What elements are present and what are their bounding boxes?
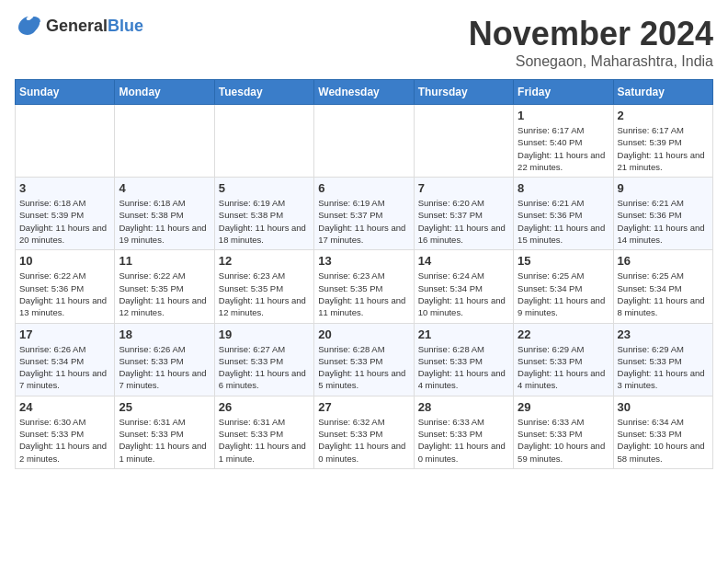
day-number: 13 (318, 254, 409, 268)
day-info: Sunrise: 6:33 AM Sunset: 5:33 PM Dayligh… (518, 416, 609, 465)
week-row-1: 1Sunrise: 6:17 AM Sunset: 5:40 PM Daylig… (16, 105, 713, 178)
day-info: Sunrise: 6:25 AM Sunset: 5:34 PM Dayligh… (618, 270, 709, 318)
day-number: 12 (219, 254, 310, 268)
page-header: GeneralBlue November 2024 Sonegaon, Maha… (15, 15, 713, 70)
day-cell: 28Sunrise: 6:33 AM Sunset: 5:33 PM Dayli… (414, 396, 513, 468)
day-info: Sunrise: 6:22 AM Sunset: 5:35 PM Dayligh… (119, 270, 210, 318)
title-block: November 2024 Sonegaon, Maharashtra, Ind… (469, 15, 713, 70)
day-info: Sunrise: 6:20 AM Sunset: 5:37 PM Dayligh… (418, 197, 509, 246)
day-cell: 1Sunrise: 6:17 AM Sunset: 5:40 PM Daylig… (514, 105, 613, 178)
calendar-table: Sunday Monday Tuesday Wednesday Thursday… (15, 79, 713, 469)
day-info: Sunrise: 6:28 AM Sunset: 5:33 PM Dayligh… (418, 343, 509, 392)
day-info: Sunrise: 6:19 AM Sunset: 5:37 PM Dayligh… (318, 197, 409, 246)
month-title: November 2024 (469, 15, 713, 53)
day-number: 28 (418, 400, 509, 414)
day-cell: 29Sunrise: 6:33 AM Sunset: 5:33 PM Dayli… (514, 396, 613, 468)
header-wednesday: Wednesday (314, 80, 414, 105)
day-cell: 12Sunrise: 6:23 AM Sunset: 5:35 PM Dayli… (214, 250, 313, 323)
day-cell: 18Sunrise: 6:26 AM Sunset: 5:33 PM Dayli… (115, 323, 214, 396)
day-info: Sunrise: 6:21 AM Sunset: 5:36 PM Dayligh… (518, 197, 609, 246)
header-tuesday: Tuesday (214, 80, 313, 105)
day-cell: 11Sunrise: 6:22 AM Sunset: 5:35 PM Dayli… (115, 250, 214, 323)
day-cell: 16Sunrise: 6:25 AM Sunset: 5:34 PM Dayli… (613, 250, 712, 323)
day-number: 3 (19, 181, 110, 195)
day-cell: 6Sunrise: 6:19 AM Sunset: 5:37 PM Daylig… (314, 178, 414, 250)
week-row-4: 17Sunrise: 6:26 AM Sunset: 5:34 PM Dayli… (16, 323, 713, 396)
week-row-5: 24Sunrise: 6:30 AM Sunset: 5:33 PM Dayli… (16, 396, 713, 468)
day-cell (414, 105, 513, 178)
week-row-2: 3Sunrise: 6:18 AM Sunset: 5:39 PM Daylig… (16, 178, 713, 250)
day-cell: 20Sunrise: 6:28 AM Sunset: 5:33 PM Dayli… (314, 323, 414, 396)
day-cell (214, 105, 313, 178)
day-info: Sunrise: 6:24 AM Sunset: 5:34 PM Dayligh… (418, 270, 509, 318)
day-cell: 27Sunrise: 6:32 AM Sunset: 5:33 PM Dayli… (314, 396, 414, 468)
day-info: Sunrise: 6:25 AM Sunset: 5:34 PM Dayligh… (518, 270, 609, 318)
day-number: 6 (318, 181, 409, 195)
day-info: Sunrise: 6:30 AM Sunset: 5:33 PM Dayligh… (19, 416, 110, 465)
day-number: 1 (518, 109, 609, 122)
day-number: 4 (119, 181, 210, 195)
day-info: Sunrise: 6:18 AM Sunset: 5:39 PM Dayligh… (19, 197, 110, 246)
logo: GeneralBlue (15, 15, 143, 37)
day-info: Sunrise: 6:26 AM Sunset: 5:33 PM Dayligh… (119, 343, 210, 392)
day-info: Sunrise: 6:31 AM Sunset: 5:33 PM Dayligh… (119, 416, 210, 465)
day-info: Sunrise: 6:27 AM Sunset: 5:33 PM Dayligh… (219, 343, 310, 392)
day-cell (16, 105, 115, 178)
day-cell: 17Sunrise: 6:26 AM Sunset: 5:34 PM Dayli… (16, 323, 115, 396)
day-number: 9 (618, 181, 709, 195)
header-friday: Friday (514, 80, 613, 105)
day-info: Sunrise: 6:19 AM Sunset: 5:38 PM Dayligh… (219, 197, 310, 246)
day-number: 29 (518, 400, 609, 414)
day-cell (115, 105, 214, 178)
day-number: 14 (418, 254, 509, 268)
day-info: Sunrise: 6:18 AM Sunset: 5:38 PM Dayligh… (119, 197, 210, 246)
day-number: 8 (518, 181, 609, 195)
logo-icon (15, 15, 42, 37)
day-cell: 21Sunrise: 6:28 AM Sunset: 5:33 PM Dayli… (414, 323, 513, 396)
day-cell: 25Sunrise: 6:31 AM Sunset: 5:33 PM Dayli… (115, 396, 214, 468)
header-sunday: Sunday (16, 80, 115, 105)
day-number: 24 (19, 400, 110, 414)
day-number: 17 (19, 327, 110, 341)
day-cell: 10Sunrise: 6:22 AM Sunset: 5:36 PM Dayli… (16, 250, 115, 323)
day-cell: 2Sunrise: 6:17 AM Sunset: 5:39 PM Daylig… (613, 105, 712, 178)
day-info: Sunrise: 6:34 AM Sunset: 5:33 PM Dayligh… (618, 416, 709, 465)
day-cell: 15Sunrise: 6:25 AM Sunset: 5:34 PM Dayli… (514, 250, 613, 323)
day-cell: 9Sunrise: 6:21 AM Sunset: 5:36 PM Daylig… (613, 178, 712, 250)
day-info: Sunrise: 6:23 AM Sunset: 5:35 PM Dayligh… (318, 270, 409, 318)
day-info: Sunrise: 6:33 AM Sunset: 5:33 PM Dayligh… (418, 416, 509, 465)
day-number: 19 (219, 327, 310, 341)
header-monday: Monday (115, 80, 214, 105)
header-row: Sunday Monday Tuesday Wednesday Thursday… (16, 80, 713, 105)
day-info: Sunrise: 6:17 AM Sunset: 5:40 PM Dayligh… (518, 124, 609, 173)
logo-blue: Blue (108, 17, 143, 35)
day-cell: 3Sunrise: 6:18 AM Sunset: 5:39 PM Daylig… (16, 178, 115, 250)
day-info: Sunrise: 6:29 AM Sunset: 5:33 PM Dayligh… (618, 343, 709, 392)
day-info: Sunrise: 6:22 AM Sunset: 5:36 PM Dayligh… (19, 270, 110, 318)
day-number: 30 (618, 400, 709, 414)
day-number: 25 (119, 400, 210, 414)
day-info: Sunrise: 6:31 AM Sunset: 5:33 PM Dayligh… (219, 416, 310, 465)
day-number: 16 (618, 254, 709, 268)
day-number: 2 (618, 109, 709, 122)
day-cell: 14Sunrise: 6:24 AM Sunset: 5:34 PM Dayli… (414, 250, 513, 323)
day-cell: 24Sunrise: 6:30 AM Sunset: 5:33 PM Dayli… (16, 396, 115, 468)
day-number: 5 (219, 181, 310, 195)
day-number: 11 (119, 254, 210, 268)
day-cell: 7Sunrise: 6:20 AM Sunset: 5:37 PM Daylig… (414, 178, 513, 250)
day-cell: 22Sunrise: 6:29 AM Sunset: 5:33 PM Dayli… (514, 323, 613, 396)
header-thursday: Thursday (414, 80, 513, 105)
location-title: Sonegaon, Maharashtra, India (469, 53, 713, 70)
day-number: 27 (318, 400, 409, 414)
day-cell: 19Sunrise: 6:27 AM Sunset: 5:33 PM Dayli… (214, 323, 313, 396)
day-number: 7 (418, 181, 509, 195)
day-cell: 5Sunrise: 6:19 AM Sunset: 5:38 PM Daylig… (214, 178, 313, 250)
day-cell: 30Sunrise: 6:34 AM Sunset: 5:33 PM Dayli… (613, 396, 712, 468)
day-cell (314, 105, 414, 178)
day-cell: 23Sunrise: 6:29 AM Sunset: 5:33 PM Dayli… (613, 323, 712, 396)
logo-text: GeneralBlue (46, 17, 143, 36)
day-cell: 8Sunrise: 6:21 AM Sunset: 5:36 PM Daylig… (514, 178, 613, 250)
day-number: 23 (618, 327, 709, 341)
week-row-3: 10Sunrise: 6:22 AM Sunset: 5:36 PM Dayli… (16, 250, 713, 323)
day-info: Sunrise: 6:23 AM Sunset: 5:35 PM Dayligh… (219, 270, 310, 318)
